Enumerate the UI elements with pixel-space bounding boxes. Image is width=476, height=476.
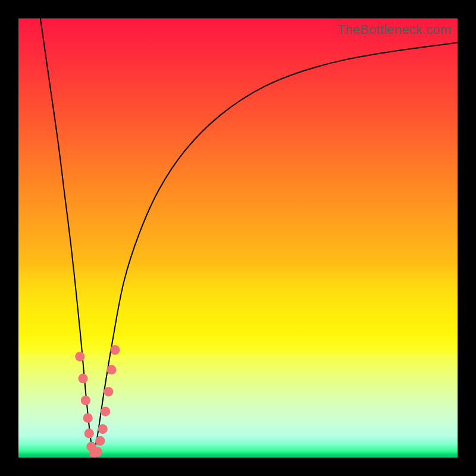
scatter-dot	[98, 424, 108, 434]
chart-frame: TheBottleneck.com	[0, 0, 476, 476]
left-curve	[40, 18, 93, 455]
scatter-dot	[83, 413, 92, 422]
scatter-dot	[110, 345, 120, 355]
curve-overlay	[18, 18, 458, 458]
scatter-dot	[75, 352, 84, 361]
scatter-dot	[107, 365, 116, 374]
right-curve	[93, 43, 458, 456]
scatter-dot	[78, 374, 87, 383]
plot-area: TheBottleneck.com	[18, 18, 458, 458]
scatter-dot	[84, 428, 94, 438]
scatter-dot	[93, 447, 102, 456]
scatter-dot	[89, 449, 99, 458]
scatter-dot	[101, 406, 110, 416]
scatter-dot	[95, 436, 105, 446]
scatter-dots	[75, 345, 120, 458]
scatter-dot	[86, 441, 96, 451]
watermark-text: TheBottleneck.com	[337, 22, 452, 37]
scatter-dot	[104, 387, 113, 396]
scatter-dot	[81, 396, 90, 405]
